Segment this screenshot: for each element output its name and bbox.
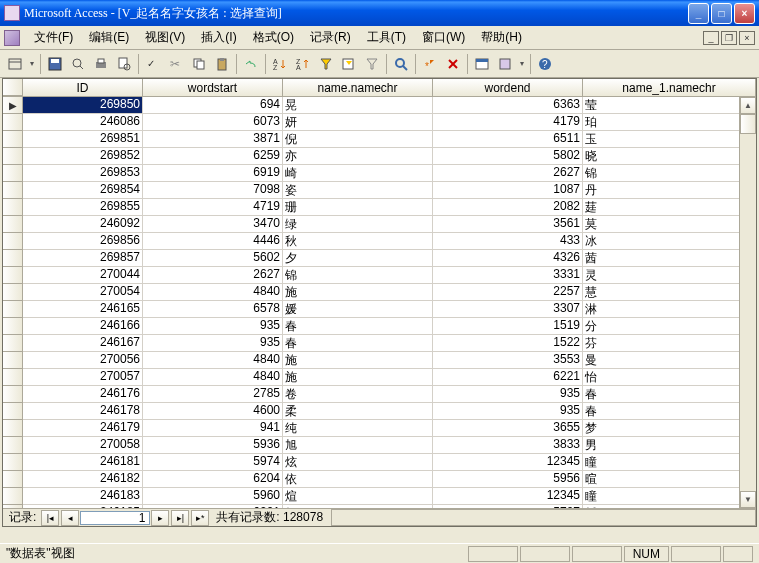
row-selector[interactable]	[3, 199, 23, 216]
row-selector[interactable]	[3, 148, 23, 165]
cell[interactable]: 1522	[433, 335, 583, 352]
cell[interactable]: 7098	[143, 182, 283, 199]
table-row[interactable]: 2461826204依5956暄	[3, 471, 756, 488]
new-record-button[interactable]: *	[419, 53, 441, 75]
row-selector[interactable]	[3, 233, 23, 250]
cell[interactable]: 4840	[143, 284, 283, 301]
cell[interactable]: 6511	[433, 131, 583, 148]
cell[interactable]: 莛	[583, 199, 756, 216]
cell[interactable]: 246092	[23, 216, 143, 233]
row-selector[interactable]	[3, 471, 23, 488]
cell[interactable]: 芬	[583, 335, 756, 352]
cell[interactable]: 246176	[23, 386, 143, 403]
cell[interactable]: 灵	[583, 267, 756, 284]
mdi-minimize-button[interactable]: _	[703, 31, 719, 45]
view-button[interactable]	[4, 53, 26, 75]
cell[interactable]: 269856	[23, 233, 143, 250]
cell[interactable]: 晃	[283, 97, 433, 114]
cell[interactable]: 270056	[23, 352, 143, 369]
cell[interactable]: 3871	[143, 131, 283, 148]
cell[interactable]: 春	[283, 318, 433, 335]
select-all-corner[interactable]	[3, 79, 23, 96]
cell[interactable]: 935	[143, 318, 283, 335]
header-wordend[interactable]: wordend	[433, 79, 583, 96]
cell[interactable]: 4719	[143, 199, 283, 216]
table-row[interactable]: 2698526259亦5802晓	[3, 148, 756, 165]
cell[interactable]: 433	[433, 233, 583, 250]
prev-record-button[interactable]: ◂	[61, 510, 79, 526]
cell[interactable]: 270054	[23, 284, 143, 301]
row-selector[interactable]	[3, 386, 23, 403]
table-row[interactable]: 246179941纯3655梦	[3, 420, 756, 437]
cell[interactable]: 246178	[23, 403, 143, 420]
new-record-nav-button[interactable]: ▸*	[191, 510, 209, 526]
first-record-button[interactable]: |◂	[41, 510, 59, 526]
cell[interactable]: 5707	[433, 505, 583, 508]
table-row[interactable]: 246167935春1522芬	[3, 335, 756, 352]
database-window-button[interactable]	[471, 53, 493, 75]
table-row[interactable]: 2698536919崎2627锦	[3, 165, 756, 182]
cell[interactable]: 春	[583, 403, 756, 420]
search-button[interactable]	[67, 53, 89, 75]
cell[interactable]: 2257	[433, 284, 583, 301]
row-selector[interactable]	[3, 420, 23, 437]
help-button[interactable]: ?	[534, 53, 556, 75]
cell[interactable]: 3553	[433, 352, 583, 369]
table-row[interactable]: 2700544840施2257慧	[3, 284, 756, 301]
cell[interactable]: 瞳	[583, 488, 756, 505]
cell[interactable]: 梦	[583, 420, 756, 437]
row-selector[interactable]	[3, 437, 23, 454]
table-row[interactable]: 2698547098姿1087丹	[3, 182, 756, 199]
cell[interactable]: 6073	[143, 114, 283, 131]
table-row[interactable]: 2461656578媛3307淋	[3, 301, 756, 318]
cell[interactable]: 270057	[23, 369, 143, 386]
cell[interactable]: 4326	[433, 250, 583, 267]
table-row[interactable]: 2700564840施3553曼	[3, 352, 756, 369]
scroll-up-button[interactable]: ▲	[740, 97, 756, 114]
delete-record-button[interactable]	[442, 53, 464, 75]
cell[interactable]: 2785	[143, 386, 283, 403]
cell[interactable]: 270044	[23, 267, 143, 284]
row-selector[interactable]	[3, 352, 23, 369]
cell[interactable]: 炫	[283, 454, 433, 471]
menu-tools[interactable]: 工具(T)	[359, 27, 414, 48]
table-row[interactable]: 2460866073妍4179珀	[3, 114, 756, 131]
mdi-close-button[interactable]: ×	[739, 31, 755, 45]
cell[interactable]: 3833	[433, 437, 583, 454]
row-selector[interactable]	[3, 182, 23, 199]
row-selector[interactable]	[3, 301, 23, 318]
menu-view[interactable]: 视图(V)	[137, 27, 193, 48]
cell[interactable]: 4600	[143, 403, 283, 420]
cell[interactable]: 6221	[433, 369, 583, 386]
table-row[interactable]: 2698564446秋433冰	[3, 233, 756, 250]
cell[interactable]: 柔	[283, 403, 433, 420]
minimize-button[interactable]: _	[688, 3, 709, 24]
menu-window[interactable]: 窗口(W)	[414, 27, 473, 48]
cell[interactable]: 崎	[283, 165, 433, 182]
table-row[interactable]: 2700574840施6221怡	[3, 369, 756, 386]
cell[interactable]: 246166	[23, 318, 143, 335]
cell[interactable]: 5960	[143, 488, 283, 505]
cell[interactable]: 锦	[283, 267, 433, 284]
record-number-input[interactable]	[80, 511, 150, 525]
vertical-scrollbar[interactable]: ▲ ▼	[739, 97, 756, 508]
cell[interactable]: 春	[283, 335, 433, 352]
cell[interactable]: 270058	[23, 437, 143, 454]
view-dropdown[interactable]: ▾	[27, 53, 37, 75]
cell[interactable]: 2627	[143, 267, 283, 284]
cell[interactable]: 269852	[23, 148, 143, 165]
cell[interactable]: 纯	[283, 420, 433, 437]
row-selector[interactable]	[3, 267, 23, 284]
menu-edit[interactable]: 编辑(E)	[81, 27, 137, 48]
row-selector[interactable]	[3, 284, 23, 301]
cell[interactable]: 卷	[283, 386, 433, 403]
scroll-down-button[interactable]: ▼	[740, 491, 756, 508]
row-selector[interactable]	[3, 216, 23, 233]
cell[interactable]: 莹	[583, 97, 756, 114]
header-name1[interactable]: name_1.namechr	[583, 79, 756, 96]
menu-format[interactable]: 格式(O)	[245, 27, 302, 48]
cell[interactable]: 夕	[283, 250, 433, 267]
cell[interactable]: 分	[583, 318, 756, 335]
cell[interactable]: 媛	[283, 301, 433, 318]
cell[interactable]: 5936	[143, 437, 283, 454]
